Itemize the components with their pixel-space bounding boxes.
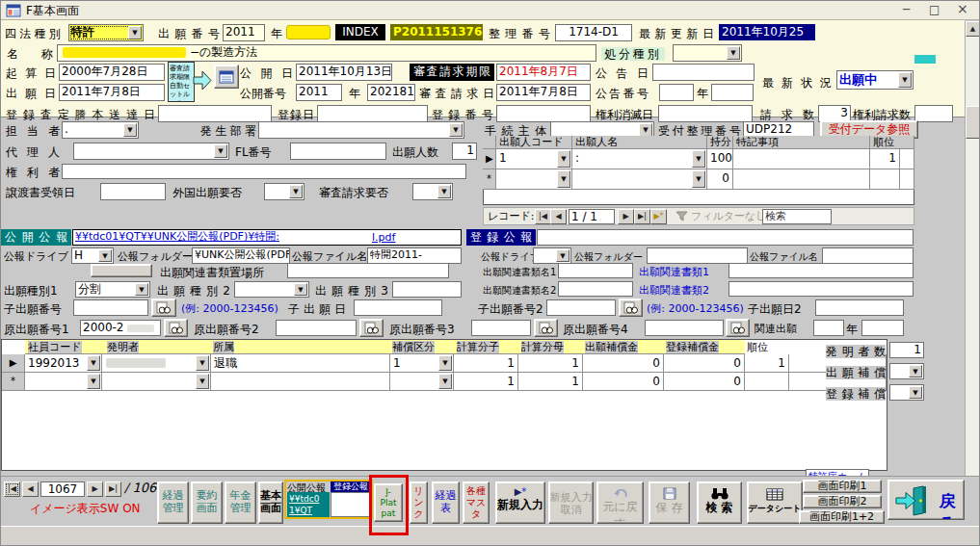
first-record-button[interactable]: |◀ — [4, 481, 20, 497]
gazette-date-field[interactable] — [652, 64, 755, 81]
link-button[interactable]: リンク — [410, 481, 428, 524]
chevron-down-icon[interactable]: ▼ — [87, 355, 100, 371]
inventor-rank-cell[interactable]: 1 — [745, 354, 789, 373]
gazette-file-field[interactable]: 特開2011- — [367, 247, 462, 264]
chevron-down-icon[interactable]: ▼ — [909, 386, 922, 399]
exam-request-deadline-field[interactable]: 2011年8月7日 — [496, 64, 591, 81]
application-year-field[interactable]: 2011 — [223, 24, 265, 41]
applicant-share-cell[interactable]: 0 — [707, 169, 733, 190]
fl-number-field[interactable] — [290, 143, 386, 160]
chevron-down-icon[interactable]: ▼ — [98, 249, 112, 262]
vertical-scrollbar[interactable]: ▲ ▼ — [965, 21, 980, 526]
print-screen1-button[interactable]: 画面印刷1 — [803, 480, 882, 493]
parent-appno4-field[interactable] — [645, 320, 724, 336]
last-record-button[interactable]: ▶| — [634, 209, 650, 224]
chevron-down-icon[interactable]: ▼ — [294, 283, 307, 296]
chevron-down-icon[interactable]: ▼ — [449, 123, 463, 137]
applicant-extra-cell[interactable] — [900, 149, 914, 169]
related-doc-name1-field[interactable] — [558, 263, 633, 278]
applicant-name-cell[interactable]: ▼ — [572, 169, 707, 190]
disposal-type-combobox[interactable]: ▼ — [673, 44, 742, 62]
child-appno-search-button[interactable] — [151, 299, 176, 317]
next-record-button[interactable]: ▶ — [87, 481, 103, 497]
chevron-down-icon[interactable]: ▼ — [438, 355, 452, 371]
progress-management-button[interactable]: 経過管理 — [157, 481, 189, 524]
registration-date-field[interactable] — [317, 105, 428, 122]
inventor-code-cell[interactable]: ▼ — [25, 373, 102, 391]
chevron-down-icon[interactable]: ▼ — [692, 170, 705, 188]
gazette-number-year-field[interactable] — [659, 84, 694, 101]
search-button[interactable]: 検 索 — [697, 481, 742, 524]
record-number-field[interactable]: 1067 — [40, 481, 85, 497]
progress-table-button[interactable]: 経過表 — [432, 481, 460, 524]
docket-number-field[interactable]: 1714-D1 — [555, 24, 632, 41]
registration-compensation-combobox[interactable]: ▼ — [889, 384, 924, 401]
title-name-field[interactable]: −の製造方法 — [57, 44, 596, 62]
inventor-code-cell[interactable]: 1992013▼ — [25, 354, 102, 373]
publication-date-field[interactable]: 2011年10月13日 — [296, 64, 392, 81]
application-type1-combobox[interactable]: 分割▼ — [75, 281, 150, 298]
start-date-field[interactable]: 2000年7月28日 — [59, 64, 165, 81]
related-application-no-field[interactable] — [861, 320, 904, 336]
chevron-down-icon[interactable]: ▼ — [727, 46, 740, 60]
inventor-count-field[interactable]: 1 — [889, 342, 924, 358]
related-doc2-link[interactable]: 出願関連書類2 — [639, 284, 709, 298]
inventor-dept-cell[interactable]: 退職 — [211, 354, 390, 373]
application-type2-combobox[interactable]: ▼ — [234, 281, 309, 298]
related-doc-location-field[interactable] — [287, 263, 449, 278]
basic-screen-button[interactable]: 基本画面 — [258, 481, 283, 524]
child-date-field[interactable] — [354, 299, 442, 316]
annuity-management-button[interactable]: 年金管理 — [225, 481, 256, 524]
exam-request-date-field[interactable]: 2011年7月8日 — [496, 84, 591, 101]
close-icon[interactable]: × — [957, 2, 968, 15]
summary-screen-button[interactable]: 要約画面 — [191, 481, 223, 524]
parent-appno4-search-button[interactable] — [726, 319, 750, 337]
law-type-combobox[interactable]: 特許 ▼ — [68, 24, 144, 41]
blank-button[interactable] — [91, 264, 152, 277]
chevron-down-icon[interactable]: ▼ — [135, 283, 148, 296]
record-position-field[interactable]: 1 / 1 — [569, 209, 615, 224]
agent-combobox[interactable]: ▼ — [73, 143, 229, 160]
inventor-row-selector[interactable]: ▶ — [2, 354, 25, 373]
reg-file-field[interactable] — [822, 247, 914, 264]
first-record-button[interactable]: |◀ — [535, 209, 551, 224]
filing-date-field[interactable]: 2011年7月8日 — [59, 84, 165, 101]
related-application-year-field[interactable] — [813, 320, 844, 336]
undo-button[interactable]: 元に戻す — [596, 481, 644, 524]
inventor-bunshi-cell[interactable]: 1 — [454, 354, 518, 373]
mini-gazette-link[interactable]: ¥¥tdc01¥QT — [287, 492, 330, 517]
inventor-regcomp-cell[interactable]: 0 — [664, 373, 745, 391]
inventor-name-cell[interactable]: ▼ — [102, 354, 211, 373]
chevron-down-icon[interactable]: ▼ — [437, 185, 451, 198]
last-record-button[interactable]: ▶| — [105, 481, 121, 497]
restore-icon[interactable]: □ — [929, 3, 940, 16]
applicant-row-selector[interactable]: ▶ — [483, 149, 496, 169]
chevron-down-icon[interactable]: ▼ — [556, 249, 569, 262]
parent-appno2-field[interactable] — [276, 320, 357, 336]
parent-appno3-field[interactable] — [471, 320, 531, 336]
origin-department-combobox[interactable]: ▼ — [258, 121, 464, 139]
chevron-down-icon[interactable]: ▼ — [196, 374, 209, 389]
registration-number-field[interactable] — [496, 105, 591, 122]
mini-registration-gazette-field[interactable] — [331, 492, 371, 517]
related-doc2-field[interactable] — [728, 281, 914, 297]
new-input-cancel-button[interactable]: 新規入力取消 — [548, 481, 594, 524]
child-appno2-search-button[interactable] — [619, 299, 643, 317]
parent-appno2-search-button[interactable] — [359, 319, 384, 337]
prev-record-button[interactable]: ◀ — [550, 209, 567, 224]
applicant-name-cell[interactable]: :▼ — [572, 149, 707, 169]
rights-expiry-field[interactable] — [658, 105, 753, 122]
parent-appno3-search-button[interactable] — [534, 319, 558, 337]
applicant-count-field[interactable]: 1 — [452, 143, 477, 160]
chevron-down-icon[interactable]: ▼ — [87, 374, 100, 389]
publication-number-year-field[interactable]: 2011 — [296, 84, 342, 101]
chevron-down-icon[interactable]: ▼ — [214, 144, 227, 158]
foreign-filing-combobox[interactable]: ▼ — [264, 183, 305, 200]
inventor-regcomp-cell[interactable]: 0 — [664, 354, 745, 373]
rule-form-button[interactable] — [214, 65, 239, 89]
print-screen12-button[interactable]: 画面印刷1+2 — [799, 510, 885, 524]
gazette-drive-combobox[interactable]: H▼ — [71, 247, 114, 264]
chevron-down-icon[interactable]: ▼ — [196, 355, 209, 371]
registration-copy-date-field[interactable] — [158, 105, 272, 122]
datasheet-button[interactable]: データシート — [747, 481, 803, 524]
